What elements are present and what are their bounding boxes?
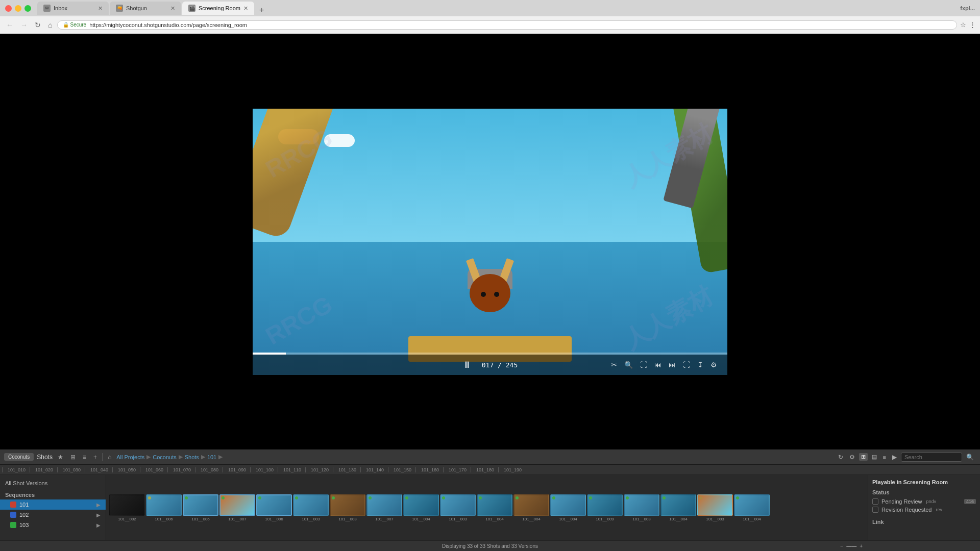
thumb-label-5: 101__003	[302, 517, 320, 521]
tab-screening[interactable]: 🎬 Screening Room ✕	[182, 2, 254, 15]
browser-tabs: ✉ Inbox ✕ 🔫 Shotgun ✕ 🎬 Screening Room ✕…	[37, 2, 934, 15]
thumb-item-9[interactable]: 101__003	[440, 494, 476, 521]
thumb-item-16[interactable]: 101__003	[697, 494, 733, 521]
eye-left	[481, 292, 486, 297]
thumb-item-12[interactable]: 101__004	[550, 494, 586, 521]
content-area: All Shot Versions Sequences 101 ▶ 102 ▶	[0, 475, 980, 540]
fullscreen-icon[interactable]: ⛶	[683, 361, 690, 369]
window-close-button[interactable]	[5, 5, 12, 12]
thumb-item-11[interactable]: 101__004	[513, 494, 549, 521]
download-icon[interactable]: ↧	[697, 361, 703, 369]
grid-view-button[interactable]: ⊞	[68, 453, 78, 462]
more-options-btn[interactable]: ▶	[890, 453, 899, 462]
sidebar-item-103[interactable]: 103 ▶	[0, 520, 106, 530]
breadcrumb-coconuts[interactable]: Coconuts	[153, 454, 176, 460]
refresh-btn[interactable]: ↻	[836, 453, 845, 462]
thumbnail-view-btn[interactable]: ⊞	[859, 453, 868, 461]
window-controls	[5, 5, 31, 12]
thumb-img-3	[219, 494, 255, 516]
thumb-status-7	[369, 496, 372, 499]
tab-inbox-close[interactable]: ✕	[98, 5, 103, 12]
character	[459, 264, 521, 335]
video-area: RRCG 人人素材 RRCG 人人素材 ⏸ 017 / 245 ✂ 🔍 ⛶ ⏮ …	[0, 34, 980, 449]
forward-button[interactable]: →	[18, 20, 30, 30]
thumb-item-13[interactable]: 101__009	[587, 494, 623, 521]
entity-badge[interactable]: Coconuts	[4, 453, 34, 461]
thumb-item-5[interactable]: 101__003	[293, 494, 329, 521]
thumb-item-3[interactable]: 101__007	[219, 494, 255, 521]
pause-button[interactable]: ⏸	[462, 360, 472, 370]
thumb-item-10[interactable]: 101__004	[477, 494, 512, 521]
tab-shotgun[interactable]: 🔫 Shotgun ✕	[110, 2, 181, 15]
thumb-item-4[interactable]: 101__006	[256, 494, 292, 521]
thumb-status-4	[258, 496, 261, 499]
revision-requested-checkbox[interactable]	[872, 507, 878, 513]
tab-shotgun-favicon: 🔫	[116, 5, 123, 12]
prev-cut-icon[interactable]: ⏮	[654, 361, 662, 369]
thumbnails-area[interactable]: 101__002 101__006 101__006	[106, 475, 868, 540]
breadcrumb-sep-1: ▶	[146, 454, 151, 460]
thumb-label-8: 101__004	[412, 517, 430, 521]
thumb-img-13	[587, 494, 623, 516]
thumb-item-1[interactable]: 101__006	[146, 494, 182, 521]
filter-revision-requested[interactable]: Revision Requested rev	[872, 506, 976, 514]
back-button[interactable]: ←	[4, 20, 15, 30]
pending-review-checkbox[interactable]	[872, 498, 878, 505]
ruler-tick-18: 101_190	[498, 467, 526, 472]
thumb-status-15	[663, 496, 666, 499]
thumb-item-6[interactable]: 101__003	[330, 494, 365, 521]
thumb-item-14[interactable]: 101__003	[624, 494, 659, 521]
tab-shotgun-close[interactable]: ✕	[170, 5, 175, 12]
zoom-minus-btn[interactable]: −	[840, 543, 843, 549]
breadcrumb-shots[interactable]: Shots	[185, 454, 199, 460]
address-bar[interactable]: 🔒 Secure https://mightycoconut.shotgunst…	[57, 20, 957, 30]
tab-inbox[interactable]: ✉ Inbox ✕	[37, 2, 109, 15]
home-button[interactable]: ⌂	[46, 20, 54, 30]
window-maximize-button[interactable]	[24, 5, 31, 12]
ruler-ticks: 101_010 101_020 101_030 101_040 101_050 …	[2, 467, 978, 472]
expand-icon[interactable]: ⛶	[640, 361, 647, 369]
list-view-button[interactable]: ≡	[81, 453, 88, 462]
ruler-tick-8: 101_090	[223, 467, 250, 472]
thumb-item-0[interactable]: 101__002	[109, 494, 145, 521]
scissors-icon[interactable]: ✂	[611, 361, 617, 369]
seq-arrow-103: ▶	[96, 522, 101, 528]
sidebar-item-101[interactable]: 101 ▶	[0, 499, 106, 510]
new-tab-button[interactable]: +	[255, 6, 268, 15]
thumb-status-3	[222, 496, 225, 499]
tab-screening-close[interactable]: ✕	[243, 5, 248, 12]
extensions-button[interactable]: ⋮	[969, 21, 976, 29]
zoom-plus-btn[interactable]: +	[860, 543, 863, 549]
reload-button[interactable]: ↻	[33, 20, 43, 30]
filter-pending-review[interactable]: Pending Review pndv 416	[872, 497, 976, 506]
all-shot-versions-header[interactable]: All Shot Versions	[0, 478, 106, 488]
tab-inbox-label: Inbox	[54, 5, 67, 11]
list-view-btn[interactable]: ≡	[881, 454, 888, 461]
filmstrip-view-btn[interactable]: ▤	[870, 453, 879, 461]
ruler-tick-5: 101_060	[140, 467, 167, 472]
settings-icon[interactable]: ⚙	[710, 361, 717, 369]
thumb-item-8[interactable]: 101__004	[403, 494, 439, 521]
thumb-item-7[interactable]: 101__007	[366, 494, 402, 521]
home-nav-button[interactable]: ⌂	[106, 453, 113, 462]
thumb-item-17[interactable]: 101__004	[734, 494, 770, 521]
thumb-label-16: 101__003	[706, 517, 724, 521]
next-cut-icon[interactable]: ⏭	[669, 361, 676, 369]
shots-label: Shots	[37, 454, 53, 461]
window-minimize-button[interactable]	[15, 5, 21, 12]
bookmarks-button[interactable]: ☆	[960, 21, 966, 29]
search-button[interactable]: 🔍	[964, 453, 976, 462]
add-button[interactable]: +	[91, 453, 99, 462]
sidebar-item-102[interactable]: 102 ▶	[0, 510, 106, 520]
breadcrumb-sequence[interactable]: 101	[207, 454, 216, 460]
filter-btn[interactable]: ⚙	[847, 453, 857, 462]
breadcrumb-all-projects[interactable]: All Projects	[116, 454, 144, 460]
search-video-icon[interactable]: 🔍	[624, 361, 633, 369]
thumb-item-15[interactable]: 101__004	[660, 494, 696, 521]
favorite-button[interactable]: ★	[56, 453, 65, 462]
link-section: Link	[872, 519, 976, 525]
thumb-item-2[interactable]: 101__006	[183, 494, 218, 521]
search-input[interactable]	[901, 453, 962, 462]
thumbnails-scroll: 101__002 101__006 101__006	[109, 477, 865, 538]
ruler-tick-16: 101_170	[443, 467, 471, 472]
